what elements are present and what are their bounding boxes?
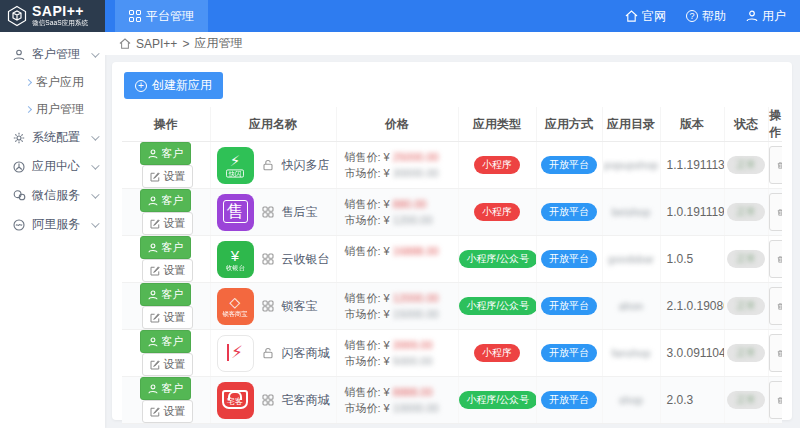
plus-circle-icon: + [135,80,147,92]
breadcrumb-root[interactable]: SAPI++ [136,37,177,51]
market-price-value: 1200.00 [393,214,433,226]
delete-button[interactable]: 删除 [769,240,783,278]
sidebar-item-ali-service[interactable]: 阿里服务 [0,210,105,239]
sale-price-value: 25000.00 [393,151,439,163]
settings-button[interactable]: 设置 [142,306,193,329]
sidebar-item-label: 系统配置 [32,129,85,146]
status-badge: 正常 [727,156,765,174]
official-site-link[interactable]: 官网 [625,8,666,25]
trash-icon [777,301,783,312]
settings-button-label: 设置 [163,216,185,231]
tab-platform-manage[interactable]: 平台管理 [115,0,208,32]
tab-platform-manage-label: 平台管理 [146,8,194,25]
delete-button[interactable]: 删除 [769,381,783,419]
trash-icon [777,348,783,359]
header-actions-right: 操作 [768,107,782,142]
status-label: 正常 [736,394,756,405]
user-icon [148,149,158,159]
settings-button-label: 设置 [163,404,185,419]
user-menu[interactable]: 用户 [746,8,786,25]
app-name: 宅客商城 [282,392,330,409]
app-directory: shop [619,394,643,406]
create-app-label: 创建新应用 [152,77,212,94]
settings-button[interactable]: 设置 [142,353,193,376]
app-directory: popupshop [604,159,658,171]
app-version: 2.0.3 [667,393,694,407]
status-label: 正常 [736,253,756,264]
sale-price-label: 销售价: ¥ [345,198,390,210]
sidebar-item-wechat-service[interactable]: 微信服务 [0,181,105,210]
grid-icon [262,253,274,265]
market-price-label: 市场价: ¥ [345,402,390,414]
edit-icon [150,313,160,323]
settings-button[interactable]: 设置 [142,165,193,188]
app-table: 操作 应用名称 价格 应用类型 应用方式 应用目录 版本 状态 操作 [122,107,782,424]
settings-button[interactable]: 设置 [142,259,193,282]
create-app-button[interactable]: + 创建新应用 [124,72,223,99]
customer-button[interactable]: 客户 [140,142,191,165]
market-price-label: 市场价: ¥ [345,214,390,226]
app-directory: beishop [612,206,651,218]
app-name: 闪客商城 [282,345,330,362]
lock-icon [262,159,274,171]
edit-icon [150,266,160,276]
customer-button-label: 客户 [161,146,183,161]
app-icon: ◇ 锁客商宝 [217,288,254,325]
customer-button[interactable]: 客户 [140,189,191,212]
trash-icon [777,160,783,171]
app-directory: ahon [619,300,643,312]
sidebar-submenu: 客户应用 用户管理 [0,69,105,123]
user-icon [148,196,158,206]
app-logo: SAPI++ 微信SaaS应用系统 [0,0,105,32]
settings-button[interactable]: 设置 [142,400,193,423]
sidebar-sub-item[interactable]: 客户应用 [0,69,105,96]
table-row: 客户 设置 ¥ [122,236,782,283]
delete-button[interactable]: 删除 [769,146,783,184]
grid-icon [129,10,141,22]
app-version: 1.0.191119 [667,205,725,219]
edit-icon [150,360,160,370]
sale-price-label: 销售价: ¥ [345,339,390,351]
customer-button[interactable]: 客户 [140,330,191,353]
customer-button[interactable]: 客户 [140,377,191,400]
lock-icon [262,347,274,359]
header-app-name: 应用名称 [210,107,336,142]
sidebar-item-system-config[interactable]: 系统配置 [0,123,105,152]
customer-button[interactable]: 客户 [140,283,191,306]
status-label: 正常 [736,206,756,217]
sidebar-item-customer-manage[interactable]: 客户管理 [0,40,105,69]
app-type-badge: 小程序/公众号 [459,391,537,409]
sale-price-value: 16888.00 [393,245,439,257]
app-version: 2.1.0.190806 [667,299,725,313]
trash-icon [777,395,783,406]
help-label: 帮助 [702,8,726,25]
sale-price-label: 销售价: ¥ [345,151,390,163]
grid-icon [262,300,274,312]
status-badge: 正常 [727,297,765,315]
ali-icon [12,219,26,231]
sale-price-value: 880.00 [393,198,427,210]
app-version: 3.0.091104 [667,346,725,360]
app-kind-icon [262,159,274,171]
gear-icon [12,132,26,144]
settings-button[interactable]: 设置 [142,212,193,235]
header-app-method: 应用方式 [536,107,602,142]
table-row: 客户 设置 ◇ [122,283,782,330]
edit-icon [150,407,160,417]
app-name: 锁客宝 [282,298,318,315]
delete-button[interactable]: 删除 [769,334,783,372]
sidebar-item-app-center[interactable]: 应用中心 [0,152,105,181]
help-link[interactable]: ? 帮助 [686,8,726,25]
market-price-label: 市场价: ¥ [345,167,390,179]
delete-button[interactable]: 删除 [769,193,783,231]
header-status: 状态 [724,107,768,142]
delete-button[interactable]: 删除 [769,287,783,325]
grid-icon [262,206,274,218]
customer-button[interactable]: 客户 [140,236,191,259]
sidebar: 客户管理 客户应用 用户管理 系统配置 [0,32,105,428]
grid-icon [262,394,274,406]
sidebar-sub-item[interactable]: 用户管理 [0,96,105,123]
sidebar-item-label: 阿里服务 [32,216,85,233]
header-actions-left: 操作 [122,107,210,142]
home-icon [119,38,131,49]
